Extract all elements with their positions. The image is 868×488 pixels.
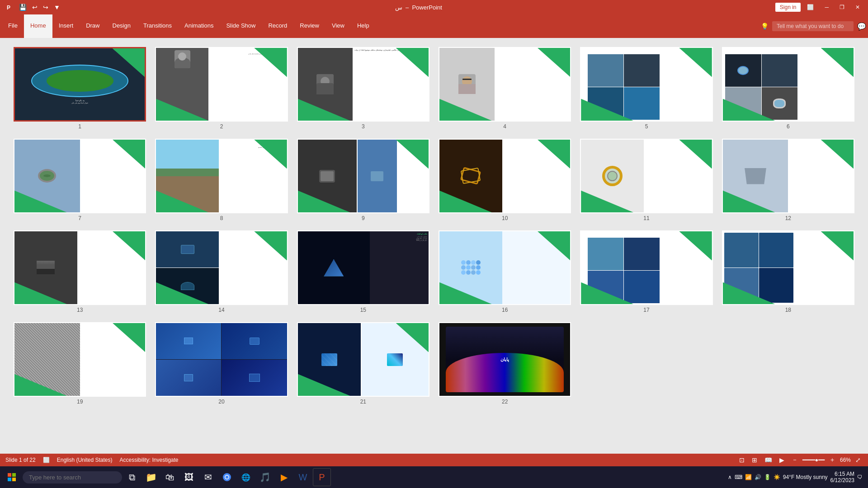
tab-draw[interactable]: Draw [80, 14, 106, 38]
battery-icon[interactable]: 🔋 [764, 474, 771, 480]
slide-item-9[interactable]: تصویر معماری بنا 9 [297, 139, 429, 221]
slide-item-12[interactable]: جزئیات معماری سازه 12 [722, 139, 854, 221]
tab-view[interactable]: View [326, 14, 351, 38]
slide-number-18: 18 [785, 307, 791, 313]
tab-slideshow[interactable]: Slide Show [220, 14, 262, 38]
slide-thumb-1: به نام خدا عنوان:استادیوم ملی پکن [14, 47, 146, 122]
tab-animations[interactable]: Animations [178, 14, 220, 38]
slide-item-8[interactable]: آثار استادیوم ملی پکنبین دو بنا سه حصه م… [155, 139, 288, 221]
slide-item-6[interactable]: نمایی از استادیوم 6 [722, 47, 854, 130]
slideshow-button[interactable]: ▶ [778, 455, 786, 465]
slide-thumb-11: نمای هوایی از استادیوم [580, 139, 712, 213]
taskbar-file-explorer[interactable]: 📁 [142, 468, 160, 486]
taskbar-vlc[interactable]: ▶ [275, 468, 293, 486]
taskbar-search-input[interactable] [23, 471, 122, 483]
tab-review[interactable]: Review [293, 14, 326, 38]
speaker-icon[interactable]: 🔊 [755, 474, 761, 480]
proofing-icon[interactable]: ⬜ [43, 457, 50, 463]
slide-item-7[interactable]: طرح هندسی استادیوم از بالا 7 [14, 139, 146, 221]
tab-file[interactable]: File [2, 14, 24, 38]
comments-icon[interactable]: 💬 [857, 22, 866, 31]
clock-date: 6/12/2023 [830, 477, 854, 483]
slide-number-16: 16 [502, 307, 508, 313]
customize-qa[interactable]: ▼ [52, 3, 62, 12]
tab-design[interactable]: Design [106, 14, 137, 38]
title-bar-controls: Sign in ⬜ ─ ❐ ✕ [775, 2, 864, 12]
restore-button[interactable]: ❐ [835, 2, 849, 12]
slide-sorter-button[interactable]: ⊞ [750, 455, 759, 465]
slide-item-22[interactable]: پایان 22 [439, 322, 571, 405]
taskbar-cortana[interactable]: 🎵 [256, 468, 274, 486]
slide-item-18[interactable]: تکنیک دو عنصر اصلیدو بنا سطح مسطحسازه فو… [722, 230, 854, 313]
slide-thumb-15: مکتب ایو المک معماری سازه آبیمهندس سعاد … [297, 230, 429, 305]
reading-view-button[interactable]: 📖 [763, 455, 774, 465]
start-button[interactable] [2, 467, 22, 487]
slide-item-2[interactable]: بیوگرافی آی ویی آی، عکاس، فیلم‌ساز، فعال… [155, 47, 288, 130]
slide-item-13[interactable]: سقف استادیوم فضای داخلی 13 [14, 230, 146, 313]
slide-number-6: 6 [787, 123, 790, 130]
slide-item-10[interactable]: قسمت معماری لانه پرنده 10 [439, 139, 571, 221]
normal-view-button[interactable]: ⊡ [737, 455, 746, 465]
slide-thumb-14: نمایی شبانه استادیوم در شب [155, 230, 288, 305]
slide-item-20[interactable]: 20 [155, 322, 288, 405]
slide-thumb-5: تصاویری از استادیوم‌های مختلف در جهان [580, 47, 712, 122]
slide-item-11[interactable]: نمای هوایی از استادیوم 11 [580, 139, 712, 221]
svg-rect-4 [8, 478, 11, 481]
minimize-button[interactable]: ─ [820, 2, 833, 12]
close-button[interactable]: ✕ [851, 2, 864, 12]
system-tray-icons[interactable]: ∧ [728, 474, 732, 480]
taskbar-edge[interactable]: 🌐 [237, 468, 255, 486]
powerpoint-icon: P [4, 2, 14, 13]
tab-help[interactable]: Help [351, 14, 376, 38]
slide-item-16[interactable]: موضوع پروژه هزینه ساخت:100 میلیاردطول:17… [439, 230, 571, 313]
slide-item-3[interactable]: کارنامه هنری آی ویی آی مشتمل بر طراحی، ع… [297, 47, 429, 130]
slide-item-21[interactable]: 21 [297, 322, 429, 405]
undo-button[interactable]: ↩ [30, 3, 39, 12]
language-indicator[interactable]: English (United States) [57, 457, 113, 463]
weather-temp: ☀️ [774, 474, 780, 480]
status-bar-right: ⊡ ⊞ 📖 ▶ － ━━━━●━━ ＋ 66% ⤢ [737, 455, 863, 465]
keyboard-icon[interactable]: ⌨ [735, 474, 742, 480]
slide-item-15[interactable]: مکتب ایو المک معماری سازه آبیمهندس سعاد … [297, 230, 429, 313]
slide-number-21: 21 [360, 399, 366, 405]
slide-item-17[interactable]: تصاویر مکعب آبی 17 [580, 230, 712, 313]
zoom-out-button[interactable]: － [790, 455, 800, 465]
taskbar-chrome[interactable] [218, 468, 236, 486]
fit-slide-button[interactable]: ⤢ [854, 455, 863, 465]
slide-number-10: 10 [502, 215, 508, 221]
zoom-in-button[interactable]: ＋ [827, 455, 837, 465]
taskbar-task-view[interactable]: ⧉ [123, 468, 141, 486]
tab-transitions[interactable]: Transitions [137, 14, 178, 38]
slide-number-5: 5 [645, 123, 648, 130]
slide-thumb-12: جزئیات معماری سازه [722, 139, 854, 213]
slide-item-1[interactable]: به نام خدا عنوان:استادیوم ملی پکن 1 [14, 47, 146, 130]
taskbar-microsoft-store[interactable]: 🛍 [161, 468, 179, 486]
taskbar-photos[interactable]: 🖼 [180, 468, 198, 486]
taskbar-powerpoint[interactable]: P [313, 468, 331, 486]
redo-button[interactable]: ↪ [41, 3, 50, 12]
slide-number-15: 15 [360, 307, 366, 313]
slide-item-5[interactable]: تصاویری از استادیوم‌های مختلف در جهان 5 [580, 47, 712, 130]
notification-icon[interactable]: 🗨 [857, 474, 863, 480]
accessibility-status[interactable]: Accessibility: Investigate [119, 457, 178, 463]
tab-home[interactable]: Home [24, 14, 52, 38]
ribbon-search-input[interactable] [772, 21, 854, 31]
save-button[interactable]: 💾 [17, 3, 28, 12]
slide-item-14[interactable]: نمایی شبانه استادیوم در شب 14 [155, 230, 288, 313]
tab-insert[interactable]: Insert [52, 14, 80, 38]
slide-item-19[interactable]: سقف استادیوم جزئیات سقف فولادیمعماری داخ… [14, 322, 146, 405]
slide-number-7: 7 [78, 215, 81, 221]
system-clock[interactable]: 6:15 AM 6/12/2023 [830, 471, 854, 483]
sign-in-button[interactable]: Sign in [775, 3, 801, 12]
slide-item-4[interactable]: فهرست • بیوگرافی• معرفی اثر• تاریخچه• تح… [439, 47, 571, 130]
taskbar-mail[interactable]: ✉ [199, 468, 217, 486]
svg-text:P: P [7, 5, 10, 11]
ribbon-display-options[interactable]: ⬜ [802, 2, 818, 12]
slide-thumb-3: کارنامه هنری آی ویی آی مشتمل بر طراحی، ع… [297, 47, 429, 122]
taskbar-word[interactable]: W [294, 468, 312, 486]
zoom-slider[interactable]: ━━━━●━━ [802, 457, 825, 463]
svg-point-8 [226, 476, 229, 479]
title-bar-left: P 💾 ↩ ↪ ▼ [4, 2, 62, 13]
network-icon[interactable]: 📶 [745, 474, 752, 480]
tab-record[interactable]: Record [262, 14, 293, 38]
